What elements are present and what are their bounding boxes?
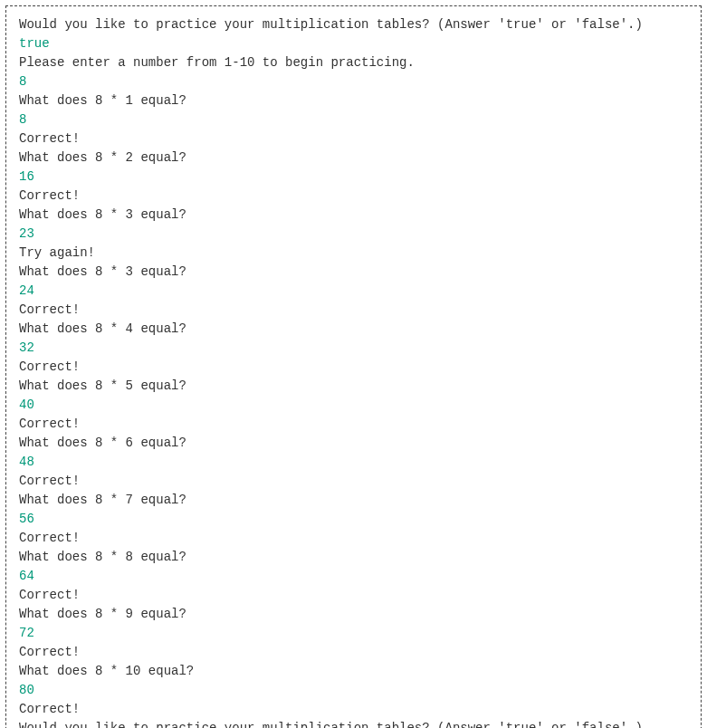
console-output-line: Correct!	[19, 187, 688, 206]
console-output-line: What does 8 * 8 equal?	[19, 548, 688, 567]
console-output-line: What does 8 * 5 equal?	[19, 377, 688, 396]
console-output-box: Would you like to practice your multipli…	[5, 5, 702, 728]
console-output-line: Correct!	[19, 301, 688, 320]
console-input-line: 32	[19, 339, 688, 358]
console-input-line: 48	[19, 453, 688, 472]
console-input-line: 16	[19, 168, 688, 187]
console-output-line: Correct!	[19, 586, 688, 605]
console-input-line: 24	[19, 282, 688, 301]
console-output-line: Correct!	[19, 700, 688, 719]
console-input-line: 80	[19, 681, 688, 700]
console-output-line: What does 8 * 9 equal?	[19, 605, 688, 624]
console-input-line: 56	[19, 510, 688, 529]
console-output-line: Correct!	[19, 643, 688, 662]
console-output-line: What does 8 * 6 equal?	[19, 434, 688, 453]
console-output-line: What does 8 * 4 equal?	[19, 320, 688, 339]
console-output-line: Correct!	[19, 529, 688, 548]
console-output-line: What does 8 * 10 equal?	[19, 662, 688, 681]
console-input-line: 40	[19, 396, 688, 415]
console-output-line: What does 8 * 3 equal?	[19, 206, 688, 225]
console-output-line: Correct!	[19, 129, 688, 148]
console-output-line: Correct!	[19, 358, 688, 377]
console-input-line: 23	[19, 225, 688, 244]
console-output-line: Would you like to practice your multipli…	[19, 719, 688, 728]
console-output-line: What does 8 * 1 equal?	[19, 91, 688, 110]
console-input-line: 64	[19, 567, 688, 586]
console-output-line: What does 8 * 7 equal?	[19, 491, 688, 510]
console-output-line: What does 8 * 3 equal?	[19, 263, 688, 282]
console-input-line: 72	[19, 624, 688, 643]
console-output-line: What does 8 * 2 equal?	[19, 148, 688, 168]
console-output-line: Try again!	[19, 244, 688, 263]
console-output-line: Please enter a number from 1-10 to begin…	[19, 53, 688, 72]
console-output-line: Would you like to practice your multipli…	[19, 15, 688, 34]
console-output-line: Correct!	[19, 415, 688, 434]
console-input-line: true	[19, 34, 688, 53]
console-input-line: 8	[19, 72, 688, 91]
console-input-line: 8	[19, 110, 688, 129]
console-output-line: Correct!	[19, 472, 688, 491]
